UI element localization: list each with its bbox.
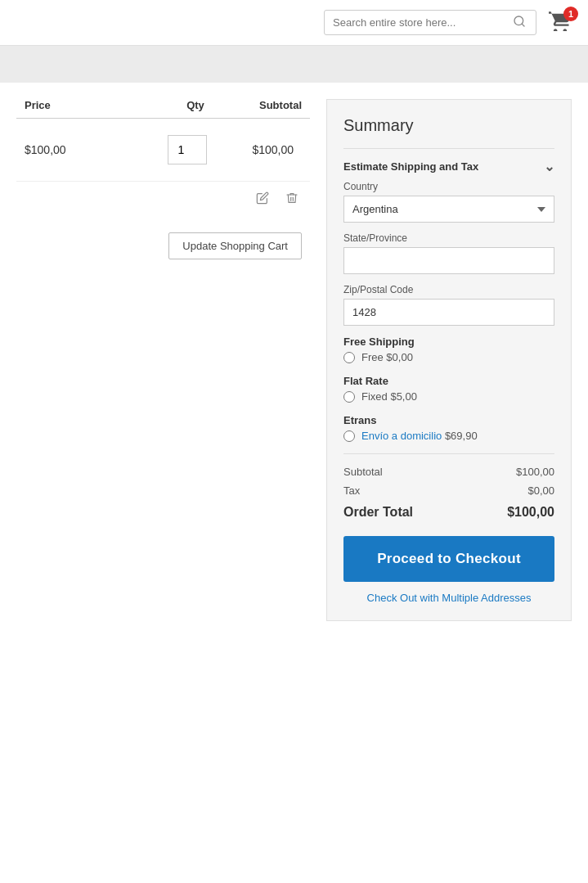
zip-group: Zip/Postal Code	[343, 284, 554, 326]
subtotal-row: Subtotal $100,00	[343, 466, 554, 478]
cart-table: Price Qty Subtotal $100,00 $100,00	[16, 99, 310, 259]
country-label: Country	[343, 181, 554, 192]
cart-table-header: Price Qty Subtotal	[16, 99, 310, 119]
order-total-row: Order Total $100,00	[343, 505, 554, 520]
update-cart-wrap: Update Shopping Cart	[16, 232, 310, 259]
search-bar	[324, 10, 536, 35]
flat-rate-label: Flat Rate	[343, 375, 554, 387]
column-subtotal: Subtotal	[228, 99, 310, 111]
estimate-shipping-label: Estimate Shipping and Tax	[343, 160, 478, 173]
order-total-value: $100,00	[507, 505, 554, 520]
estimate-shipping-toggle[interactable]: Estimate Shipping and Tax ⌄	[343, 148, 554, 181]
country-select[interactable]: Argentina	[343, 196, 554, 223]
zip-input[interactable]	[343, 299, 554, 326]
svg-line-1	[522, 24, 524, 26]
summary-panel: Summary Estimate Shipping and Tax ⌄ Coun…	[326, 99, 572, 621]
free-shipping-radio[interactable]	[343, 352, 355, 363]
flat-rate-option: Fixed $5,00	[343, 390, 554, 403]
column-qty: Qty	[163, 99, 228, 111]
country-group: Country Argentina	[343, 181, 554, 223]
edit-item-button[interactable]	[253, 188, 272, 211]
flat-rate-group: Flat Rate Fixed $5,00	[343, 375, 554, 403]
item-subtotal: $100,00	[220, 143, 302, 156]
multi-address-link[interactable]: Check Out with Multiple Addresses	[343, 592, 554, 604]
state-group: State/Province	[343, 232, 554, 274]
free-shipping-group: Free Shipping Free $0,00	[343, 336, 554, 363]
free-shipping-option: Free $0,00	[343, 351, 554, 363]
tax-label: Tax	[343, 484, 360, 497]
etrans-label: Etrans	[343, 414, 554, 426]
header: 1	[0, 0, 588, 46]
etrans-radio[interactable]	[343, 430, 355, 442]
search-icon	[513, 15, 526, 28]
subtotal-value: $100,00	[516, 466, 554, 478]
etrans-option: Envío a domicilio $69,90	[343, 430, 554, 442]
item-qty-wrap	[155, 135, 220, 164]
checkout-button[interactable]: Proceed to Checkout	[343, 536, 554, 582]
edit-icon	[256, 191, 269, 205]
trash-icon	[285, 191, 298, 205]
summary-divider	[343, 453, 554, 454]
subtotal-label: Subtotal	[343, 466, 383, 478]
main-content: Price Qty Subtotal $100,00 $100,00	[0, 83, 588, 654]
column-price: Price	[25, 99, 163, 111]
state-input[interactable]	[343, 247, 554, 274]
free-shipping-label: Free Shipping	[343, 336, 554, 348]
delete-item-button[interactable]	[282, 188, 302, 211]
free-shipping-option-label: Free $0,00	[361, 351, 413, 363]
summary-title: Summary	[343, 116, 554, 135]
item-qty-input[interactable]	[168, 135, 207, 164]
etrans-group: Etrans Envío a domicilio $69,90	[343, 414, 554, 442]
search-button[interactable]	[513, 15, 526, 30]
order-total-label: Order Total	[343, 505, 413, 520]
item-actions	[16, 182, 310, 224]
flat-rate-option-label: Fixed $5,00	[361, 390, 417, 403]
cart-item: $100,00 $100,00	[16, 119, 310, 182]
chevron-up-icon: ⌄	[544, 159, 554, 174]
search-input[interactable]	[333, 16, 513, 29]
cart-icon[interactable]: 1	[549, 11, 572, 34]
zip-label: Zip/Postal Code	[343, 284, 554, 295]
etrans-option-label: Envío a domicilio $69,90	[361, 430, 478, 442]
gray-bar	[0, 46, 588, 83]
tax-row: Tax $0,00	[343, 484, 554, 497]
flat-rate-radio[interactable]	[343, 391, 355, 403]
etrans-link[interactable]: Envío a domicilio	[361, 430, 442, 442]
item-price: $100,00	[25, 143, 155, 156]
update-cart-button[interactable]: Update Shopping Cart	[168, 232, 302, 259]
state-label: State/Province	[343, 232, 554, 244]
tax-value: $0,00	[527, 484, 554, 497]
cart-badge: 1	[563, 7, 578, 21]
